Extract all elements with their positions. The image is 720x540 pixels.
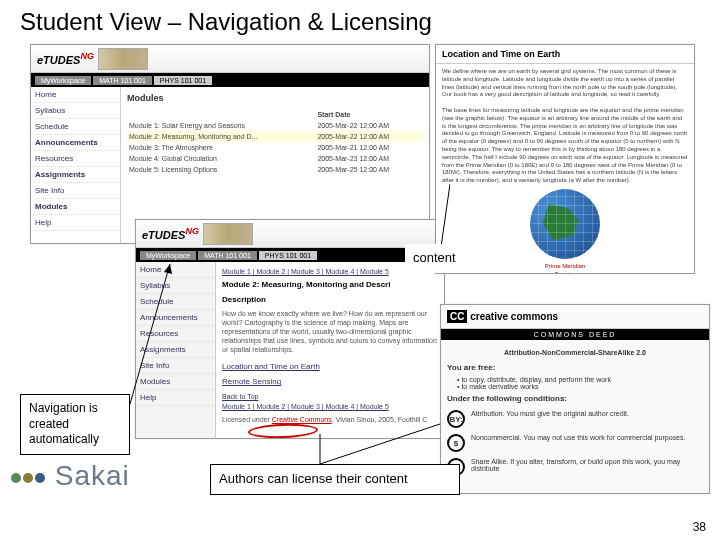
content-paragraph: The base lines for measuring latitude an… xyxy=(442,107,688,185)
cc-cond-heading: Under the following conditions: xyxy=(447,390,703,407)
nav-schedule[interactable]: Schedule xyxy=(31,119,120,135)
nav-siteinfo[interactable]: Site Info xyxy=(31,183,120,199)
content-body: We define where we are on earth by sever… xyxy=(436,64,694,274)
nav-announcements[interactable]: Announcements xyxy=(31,135,120,151)
callout-content: content xyxy=(405,244,464,273)
content-paragraph: We define where we are on earth by sever… xyxy=(442,68,688,99)
cc-by-item: BY: Attribution. You must give the origi… xyxy=(447,407,703,431)
description-label: Description xyxy=(222,292,438,307)
sakai-logo: Sakai xyxy=(10,460,130,492)
slide-title: Student View – Navigation & Licensing xyxy=(0,0,720,44)
table-row[interactable]: Module 2: Measuring, Monitoring and D...… xyxy=(127,131,423,142)
svg-line-5 xyxy=(320,424,440,464)
globe-label-equator: Equator xyxy=(442,271,688,274)
module-breadcrumb-bottom[interactable]: Module 1 | Module 2 | Module 3 | Module … xyxy=(222,401,438,412)
nav-resources[interactable]: Resources xyxy=(31,151,120,167)
tab-math[interactable]: MATH 101 001 xyxy=(198,251,257,260)
nav-modules[interactable]: Modules xyxy=(31,199,120,215)
nav-assignments[interactable]: Assignments xyxy=(31,167,120,183)
nav-help[interactable]: Help xyxy=(31,215,120,231)
table-row[interactable]: Module 1: Solar Energy and Seasons2005-M… xyxy=(127,120,423,131)
left-nav: Home Syllabus Schedule Announcements Res… xyxy=(31,87,121,244)
tab-phys[interactable]: PHYS 101 001 xyxy=(154,76,212,85)
nav-home[interactable]: Home xyxy=(31,87,120,103)
module-detail-panel: Module 1 | Module 2 | Module 3 | Module … xyxy=(216,262,444,439)
modules-heading: Modules xyxy=(127,91,423,105)
section-link-remote[interactable]: Remote Sensing xyxy=(222,377,438,392)
tab-workspace[interactable]: MyWorkspace xyxy=(35,76,91,85)
nav-syllabus[interactable]: Syllabus xyxy=(31,103,120,119)
course-tabs: MyWorkspace MATH 101 001 PHYS 101 001 xyxy=(31,73,429,87)
tab-math[interactable]: MATH 101 001 xyxy=(93,76,152,85)
cc-free-heading: You are free: xyxy=(447,359,703,376)
cc-sa-item: ↻ Share Alike. If you alter, transform, … xyxy=(447,455,703,479)
arrow-nav xyxy=(120,254,200,414)
etudes-logo: eTUDESNG xyxy=(37,51,94,66)
header-photo xyxy=(203,223,253,245)
tab-phys[interactable]: PHYS 101 001 xyxy=(259,251,317,260)
cc-body: Attribution-NonCommercial-ShareAlike 2.0… xyxy=(441,340,709,485)
table-row[interactable]: Module 4: Global Circulation2005-Mar-23 … xyxy=(127,153,423,164)
content-title: Location and Time on Earth xyxy=(436,45,694,64)
cc-free-item: • to make derivative works xyxy=(447,383,703,390)
cc-deed-bar: COMMONS DEED xyxy=(441,329,709,340)
module-description: How do we know exactly where we live? Ho… xyxy=(222,307,438,356)
col-start-date[interactable]: Start Date xyxy=(315,109,423,120)
cc-license-name: Attribution-NonCommercial-ShareAlike 2.0 xyxy=(447,346,703,359)
cc-nc-item: $ Noncommercial. You may not use this wo… xyxy=(447,431,703,455)
screenshot-content-page: Location and Time on Earth We define whe… xyxy=(435,44,695,274)
globe-image xyxy=(530,189,600,259)
callout-authors-license: Authors can license their content xyxy=(210,464,460,495)
callout-navigation: Navigation is created automatically xyxy=(20,394,130,455)
cc-logo: CC creative commons xyxy=(447,311,558,322)
globe-label-meridian: Prime Meridian xyxy=(442,263,688,271)
header-photo xyxy=(98,48,148,70)
screenshot-cc-deed: CC creative commons COMMONS DEED Attribu… xyxy=(440,304,710,494)
cc-free-item: • to copy, distribute, display, and perf… xyxy=(447,376,703,383)
modules-table: Start Date Module 1: Solar Energy and Se… xyxy=(127,109,423,175)
app-header: eTUDESNG xyxy=(31,45,429,73)
module-title: Module 2: Measuring, Monitoring and Desc… xyxy=(222,277,438,292)
section-link-location[interactable]: Location and Time on Earth xyxy=(222,356,438,377)
etudes-logo: eTUDESNG xyxy=(142,226,199,241)
table-row[interactable]: Module 3: The Atmosphere2005-Mar-21 12:0… xyxy=(127,142,423,153)
page-number: 38 xyxy=(693,520,706,534)
cc-header: CC creative commons xyxy=(441,305,709,329)
svg-line-0 xyxy=(130,264,170,404)
back-to-top-link[interactable]: Back to Top xyxy=(222,393,258,400)
slide-canvas: eTUDESNG MyWorkspace MATH 101 001 PHYS 1… xyxy=(10,44,710,494)
svg-marker-1 xyxy=(164,264,172,274)
